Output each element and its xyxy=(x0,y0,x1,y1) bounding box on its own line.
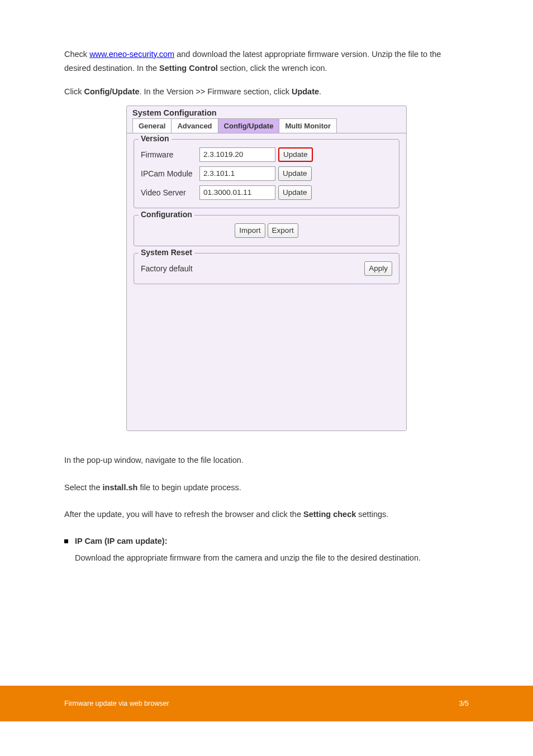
intro-paragraph: Check www.eneo-security.com and download… xyxy=(64,47,469,75)
footer-page: 3/5 xyxy=(459,700,469,707)
ipcam-input[interactable] xyxy=(199,166,275,181)
after-line1: In the pop-up window, navigate to the fi… xyxy=(64,453,469,467)
step-bold2: Update xyxy=(292,87,319,96)
footer-text: Firmware update via web browser xyxy=(64,700,169,707)
step-bold1: Config/Update xyxy=(84,87,139,96)
tab-content: Version Firmware Update IPCam Module Upd… xyxy=(127,133,406,430)
ipcam-label: IPCam Module xyxy=(141,169,199,178)
video-label: Video Server xyxy=(141,188,199,197)
step-suffix: . xyxy=(319,87,321,96)
import-button[interactable]: Import xyxy=(235,223,265,238)
bullet-text: Download the appropriate firmware from t… xyxy=(75,551,469,565)
tab-advanced[interactable]: Advanced xyxy=(171,118,218,133)
system-config-screenshot: System Configuration General Advanced Co… xyxy=(126,106,407,431)
bullet-heading-text: IP Cam (IP cam update): xyxy=(75,535,167,548)
firmware-label: Firmware xyxy=(141,150,199,159)
version-fieldset: Version Firmware Update IPCam Module Upd… xyxy=(134,139,399,208)
intro-prefix: Check xyxy=(64,50,89,59)
bullet-block: IP Cam (IP cam update): Download the app… xyxy=(64,535,469,565)
configuration-legend: Configuration xyxy=(139,210,194,219)
security-link[interactable]: www.eneo-security.com xyxy=(89,50,174,59)
system-reset-fieldset: System Reset Factory default Apply xyxy=(134,253,399,284)
video-input[interactable] xyxy=(199,185,275,200)
firmware-input[interactable] xyxy=(199,147,275,162)
footer-bar: Firmware update via web browser 3/5 xyxy=(0,686,533,721)
apply-button[interactable]: Apply xyxy=(364,261,392,276)
step-prefix: Click xyxy=(64,87,84,96)
tab-config-update[interactable]: Config/Update xyxy=(218,118,280,133)
after-line2: Select the install.sh file to begin upda… xyxy=(64,481,469,495)
after-line3-bold: Setting check xyxy=(303,510,356,519)
step-paragraph: Click Config/Update. In the Version >> F… xyxy=(64,85,469,99)
video-row: Video Server Update xyxy=(141,185,392,200)
configuration-fieldset: Configuration Import Export xyxy=(134,215,399,246)
version-legend: Version xyxy=(139,134,172,143)
after-line2-suffix: file to begin update process. xyxy=(137,483,241,492)
after-line3-prefix: After the update, you will have to refre… xyxy=(64,510,303,519)
video-update-button[interactable]: Update xyxy=(278,185,312,200)
export-button[interactable]: Export xyxy=(268,223,298,238)
after-line3: After the update, you will have to refre… xyxy=(64,508,469,521)
step-middle: . In the Version >> Firmware section, cl… xyxy=(140,87,292,96)
intro-bold: Setting Control xyxy=(159,64,218,73)
ipcam-row: IPCam Module Update xyxy=(141,166,392,181)
bullet-icon xyxy=(64,539,68,543)
system-reset-legend: System Reset xyxy=(139,248,194,257)
factory-default-label: Factory default xyxy=(141,264,193,273)
tab-multi-monitor[interactable]: Multi Monitor xyxy=(279,118,337,133)
screenshot-title: System Configuration xyxy=(127,106,406,118)
after-line2-prefix: Select the xyxy=(64,483,103,492)
tab-general[interactable]: General xyxy=(132,118,172,133)
ipcam-update-button[interactable]: Update xyxy=(278,166,312,181)
intro-suffix: section, click the wrench icon. xyxy=(218,64,327,73)
tab-bar: General Advanced Config/Update Multi Mon… xyxy=(127,118,406,133)
firmware-update-button[interactable]: Update xyxy=(278,147,313,162)
firmware-row: Firmware Update xyxy=(141,147,392,162)
after-line2-bold: install.sh xyxy=(103,483,138,492)
after-line3-suffix: settings. xyxy=(356,510,388,519)
